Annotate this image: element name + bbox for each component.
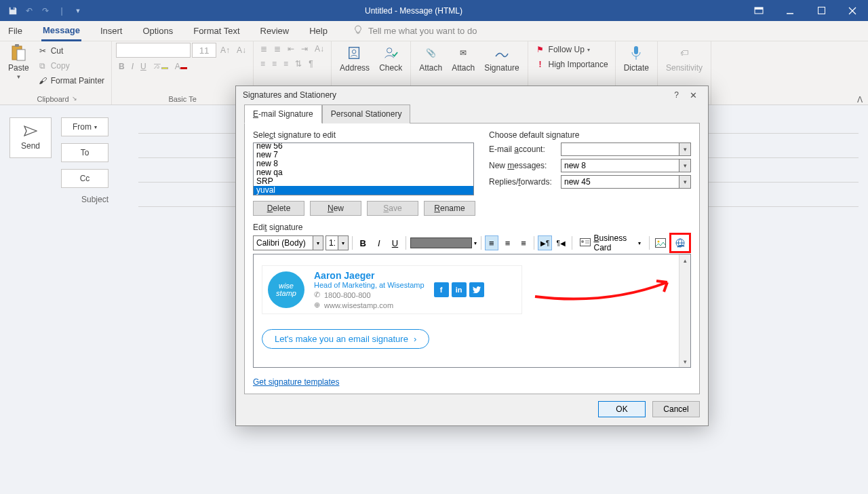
new-button[interactable]: New bbox=[310, 201, 361, 216]
paste-button[interactable]: Paste ▼ bbox=[4, 43, 33, 81]
redo-icon[interactable]: ↷ bbox=[39, 5, 52, 17]
replies-combo[interactable]: ▾ bbox=[561, 175, 691, 189]
signature-button[interactable]: Signature bbox=[480, 43, 523, 74]
outdent-icon[interactable]: ⇤ bbox=[285, 43, 297, 55]
sort-icon[interactable]: A↓ bbox=[312, 43, 327, 55]
address-book-button[interactable]: Address bbox=[336, 43, 374, 74]
dialog-tabs: E-mail Signature Personal Stationery bbox=[236, 104, 708, 123]
collapse-ribbon-icon[interactable]: ᐱ bbox=[857, 95, 863, 104]
delete-button[interactable]: Delete bbox=[253, 201, 304, 216]
signature-list-item[interactable]: new 8 bbox=[254, 159, 473, 168]
tab-insert[interactable]: Insert bbox=[99, 22, 124, 40]
help-icon[interactable]: ? bbox=[667, 90, 686, 100]
svg-rect-12 bbox=[634, 46, 638, 54]
attach-file-button[interactable]: 📎Attach bbox=[415, 43, 446, 74]
signature-list-item[interactable]: SRP bbox=[254, 177, 473, 186]
window-title: Untitled - Message (HTML) bbox=[84, 6, 743, 16]
dictate-button[interactable]: Dictate bbox=[620, 43, 653, 74]
close-icon[interactable]: ✕ bbox=[686, 90, 701, 100]
group-clipboard: Paste ▼ ✂Cut ⧉Copy 🖌Format Painter Clipb… bbox=[0, 41, 112, 104]
dialog-launcher-icon[interactable]: ↘ bbox=[72, 95, 77, 102]
send-button[interactable]: Send bbox=[9, 117, 52, 158]
shrink-font-icon[interactable]: A↓ bbox=[234, 44, 249, 56]
check-names-icon bbox=[382, 44, 399, 62]
svg-rect-3 bbox=[818, 7, 825, 14]
tag-icon: 🏷 bbox=[675, 44, 693, 62]
cc-button[interactable]: Cc bbox=[61, 169, 108, 188]
copy-icon: ⧉ bbox=[37, 60, 48, 71]
chevron-down-icon[interactable]: ▾ bbox=[679, 175, 691, 189]
font-size-select[interactable] bbox=[192, 43, 216, 58]
align-left-icon[interactable]: ≡ bbox=[258, 58, 268, 70]
tab-review[interactable]: Review bbox=[259, 22, 291, 40]
paperclip-icon: 📎 bbox=[422, 44, 439, 62]
chevron-down-icon[interactable]: ▾ bbox=[679, 142, 691, 156]
bullets-icon[interactable]: ≣ bbox=[258, 43, 270, 55]
attach-item-button[interactable]: ✉Attach bbox=[448, 43, 479, 74]
underline-icon[interactable]: U bbox=[138, 60, 149, 73]
maximize-icon[interactable] bbox=[806, 0, 837, 21]
flag-icon: ⚑ bbox=[535, 44, 546, 55]
clipboard-icon bbox=[9, 44, 27, 62]
rename-button[interactable]: Rename bbox=[424, 201, 475, 216]
qat-dropdown-icon[interactable]: ▼ bbox=[72, 5, 84, 17]
check-names-button[interactable]: Check bbox=[375, 43, 406, 74]
svg-rect-1 bbox=[755, 7, 763, 10]
save-icon[interactable] bbox=[7, 5, 19, 17]
signature-list-item[interactable]: new qa bbox=[254, 168, 473, 177]
lightbulb-icon bbox=[353, 25, 363, 37]
signatures-dialog: Signatures and Stationery ? ✕ E-mail Sig… bbox=[235, 86, 709, 219]
svg-rect-9 bbox=[349, 48, 359, 59]
address-book-icon bbox=[346, 44, 363, 62]
highlight-icon[interactable]: ꯍ bbox=[151, 60, 171, 73]
svg-rect-8 bbox=[17, 50, 25, 60]
qat-divider: | bbox=[56, 5, 68, 17]
signature-list[interactable]: new 56new 7new 8new qaSRPyuval bbox=[253, 142, 474, 195]
default-signature-section: Choose default signature E-mail account:… bbox=[489, 130, 691, 216]
paintbrush-icon: 🖌 bbox=[37, 75, 48, 86]
signature-list-item[interactable]: new 56 bbox=[254, 142, 473, 151]
indent-icon[interactable]: ⇥ bbox=[298, 43, 311, 55]
close-icon[interactable] bbox=[837, 0, 868, 21]
dialog-body: Select signature to edit new 56new 7new … bbox=[244, 123, 700, 219]
new-messages-combo[interactable]: ▾ bbox=[561, 159, 691, 172]
signature-list-item[interactable]: yuval bbox=[254, 186, 473, 195]
font-family-select[interactable] bbox=[116, 43, 191, 58]
minimize-icon[interactable] bbox=[774, 0, 806, 21]
ribbon-display-icon[interactable] bbox=[743, 0, 774, 21]
ribbon-tabs: File Message Insert Options Format Text … bbox=[0, 21, 868, 41]
tab-file[interactable]: File bbox=[7, 22, 24, 40]
tab-format-text[interactable]: Format Text bbox=[192, 22, 241, 40]
font-color-icon[interactable]: A bbox=[172, 60, 190, 73]
tell-me-search[interactable]: Tell me what you want to do bbox=[353, 25, 477, 37]
from-button[interactable]: From ▾ bbox=[61, 117, 108, 136]
line-spacing-icon[interactable]: ⇅ bbox=[292, 58, 304, 70]
high-importance-button[interactable]: !High Importance bbox=[532, 58, 611, 71]
numbering-icon[interactable]: ≣ bbox=[271, 43, 283, 55]
select-signature-section: Select signature to edit new 56new 7new … bbox=[253, 130, 475, 216]
bold-icon[interactable]: B bbox=[116, 60, 127, 73]
new-messages-label: New messages: bbox=[489, 161, 555, 170]
undo-icon[interactable]: ↶ bbox=[23, 5, 35, 17]
tab-email-signature[interactable]: E-mail Signature bbox=[244, 104, 322, 124]
chevron-down-icon: ▼ bbox=[16, 74, 21, 80]
tab-options[interactable]: Options bbox=[141, 22, 174, 40]
chevron-down-icon[interactable]: ▾ bbox=[679, 159, 691, 172]
email-account-combo[interactable]: ▾ bbox=[561, 142, 691, 156]
tab-personal-stationery[interactable]: Personal Stationery bbox=[322, 104, 411, 124]
microphone-icon bbox=[627, 44, 645, 62]
signature-list-item[interactable]: new 7 bbox=[254, 151, 473, 159]
svg-point-10 bbox=[352, 50, 356, 54]
format-painter-button[interactable]: 🖌Format Painter bbox=[35, 74, 107, 88]
tab-message[interactable]: Message bbox=[41, 21, 81, 41]
tab-help[interactable]: Help bbox=[308, 22, 329, 40]
grow-font-icon[interactable]: A↑ bbox=[218, 44, 233, 56]
italic-icon[interactable]: I bbox=[129, 60, 136, 73]
to-button[interactable]: To bbox=[61, 143, 108, 162]
paragraph-mark-icon[interactable]: ¶ bbox=[306, 58, 315, 70]
align-center-icon[interactable]: ≡ bbox=[269, 58, 279, 70]
email-account-label: E-mail account: bbox=[489, 145, 555, 154]
cut-button[interactable]: ✂Cut bbox=[35, 44, 107, 58]
follow-up-button[interactable]: ⚑Follow Up ▾ bbox=[532, 43, 593, 56]
align-right-icon[interactable]: ≡ bbox=[281, 58, 291, 70]
